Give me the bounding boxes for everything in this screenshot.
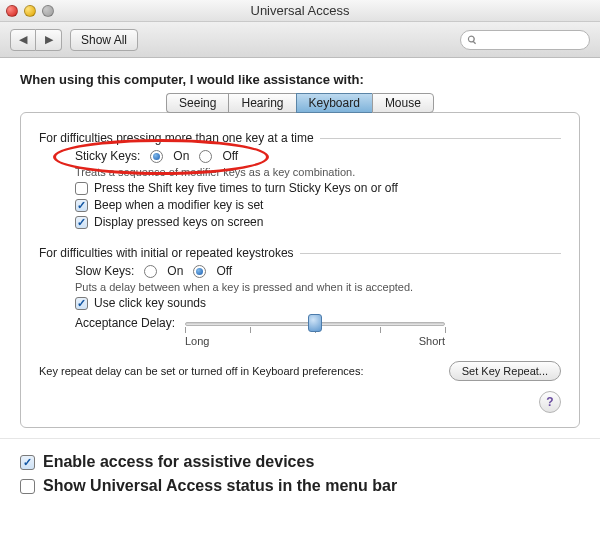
- enable-assistive-checkbox[interactable]: [20, 455, 35, 470]
- display-keys-checkbox[interactable]: [75, 216, 88, 229]
- radio-label-off: Off: [216, 264, 232, 278]
- help-icon: ?: [546, 395, 553, 409]
- slow-hint: Puts a delay between when a key is press…: [75, 281, 561, 293]
- show-menu-label: Show Universal Access status in the menu…: [43, 477, 397, 495]
- shift5-label: Press the Shift key five times to turn S…: [94, 181, 398, 195]
- tab-label: Hearing: [241, 96, 283, 110]
- delay-label: Acceptance Delay:: [75, 316, 175, 330]
- show-all-label: Show All: [81, 33, 127, 47]
- radio-label-on: On: [173, 149, 189, 163]
- window-title: Universal Access: [0, 3, 600, 18]
- tab-label: Seeing: [179, 96, 216, 110]
- delay-short-label: Short: [419, 335, 445, 347]
- click-sounds-label: Use click key sounds: [94, 296, 206, 310]
- tab-label: Mouse: [385, 96, 421, 110]
- radio-label-on: On: [167, 264, 183, 278]
- shift5-checkbox[interactable]: [75, 182, 88, 195]
- section-text: For difficulties with initial or repeate…: [39, 246, 294, 260]
- acceptance-delay-slider[interactable]: [185, 313, 445, 333]
- shift5-row: Press the Shift key five times to turn S…: [75, 181, 561, 195]
- slow-off-radio[interactable]: [193, 265, 206, 278]
- enable-assistive-label: Enable access for assistive devices: [43, 453, 314, 471]
- set-key-repeat-button[interactable]: Set Key Repeat...: [449, 361, 561, 381]
- beep-row: Beep when a modifier key is set: [75, 198, 561, 212]
- sticky-section-header: For difficulties pressing more than one …: [39, 131, 561, 145]
- sticky-on-radio[interactable]: [150, 150, 163, 163]
- tab-hearing[interactable]: Hearing: [228, 93, 295, 113]
- enable-assistive-row: Enable access for assistive devices: [20, 453, 580, 471]
- key-repeat-row: Key repeat delay can be set or turned of…: [39, 361, 561, 381]
- forward-button[interactable]: ▶: [36, 29, 62, 51]
- delay-long-label: Long: [185, 335, 209, 347]
- display-keys-row: Display pressed keys on screen: [75, 215, 561, 229]
- show-menu-row: Show Universal Access status in the menu…: [20, 477, 580, 495]
- sticky-hint: Treats a sequence of modifier keys as a …: [75, 166, 561, 178]
- sticky-off-radio[interactable]: [199, 150, 212, 163]
- back-button[interactable]: ◀: [10, 29, 36, 51]
- help-button[interactable]: ?: [539, 391, 561, 413]
- titlebar: Universal Access: [0, 0, 600, 22]
- search-field[interactable]: [460, 30, 590, 50]
- acceptance-delay-row: Acceptance Delay:: [75, 313, 561, 333]
- search-icon: [467, 34, 477, 46]
- sticky-keys-label: Sticky Keys:: [75, 149, 140, 163]
- show-all-button[interactable]: Show All: [70, 29, 138, 51]
- repeat-btn-label: Set Key Repeat...: [462, 365, 548, 377]
- chevron-right-icon: ▶: [45, 33, 53, 46]
- search-input[interactable]: [481, 33, 583, 47]
- page-heading: When using this computer, I would like a…: [20, 72, 580, 87]
- slow-keys-label: Slow Keys:: [75, 264, 134, 278]
- display-keys-label: Display pressed keys on screen: [94, 215, 263, 229]
- click-sounds-row: Use click key sounds: [75, 296, 561, 310]
- beep-checkbox[interactable]: [75, 199, 88, 212]
- radio-label-off: Off: [222, 149, 238, 163]
- tab-label: Keyboard: [309, 96, 360, 110]
- repeat-hint: Key repeat delay can be set or turned of…: [39, 365, 364, 377]
- settings-panel: For difficulties pressing more than one …: [20, 112, 580, 428]
- chevron-left-icon: ◀: [19, 33, 27, 46]
- beep-label: Beep when a modifier key is set: [94, 198, 263, 212]
- click-sounds-checkbox[interactable]: [75, 297, 88, 310]
- slow-on-radio[interactable]: [144, 265, 157, 278]
- tab-keyboard[interactable]: Keyboard: [296, 93, 372, 113]
- slow-keys-row: Slow Keys: On Off: [75, 264, 561, 278]
- sticky-keys-row: Sticky Keys: On Off: [75, 149, 561, 163]
- slow-section-header: For difficulties with initial or repeate…: [39, 246, 561, 260]
- nav-segment: ◀ ▶: [10, 29, 62, 51]
- slider-thumb[interactable]: [308, 314, 322, 332]
- tab-mouse[interactable]: Mouse: [372, 93, 434, 113]
- bottom-options: Enable access for assistive devices Show…: [0, 438, 600, 517]
- show-menu-checkbox[interactable]: [20, 479, 35, 494]
- tab-seeing[interactable]: Seeing: [166, 93, 228, 113]
- tab-bar: Seeing Hearing Keyboard Mouse: [20, 93, 580, 113]
- section-text: For difficulties pressing more than one …: [39, 131, 314, 145]
- toolbar: ◀ ▶ Show All: [0, 22, 600, 58]
